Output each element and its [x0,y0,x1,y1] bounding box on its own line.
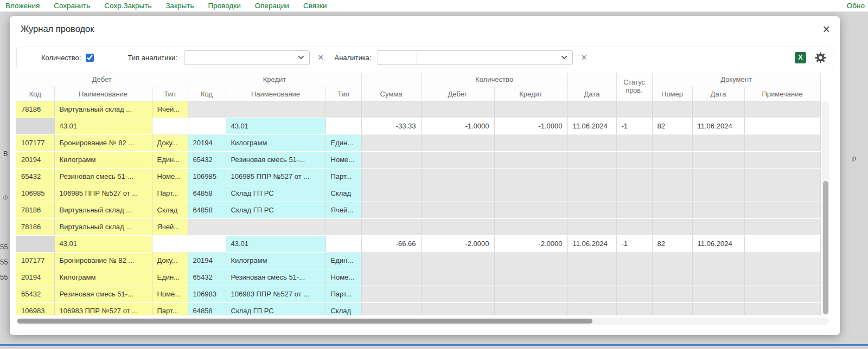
doc-date-cell [692,269,744,286]
status-cell [616,168,652,185]
doc-date-cell [692,151,744,168]
date-cell [567,252,616,269]
horizontal-scrollbar-thumb[interactable] [17,319,592,324]
sum-cell: -33.33 [361,118,421,134]
doc-date-header: Дата [692,87,744,101]
quantity-label: Количество: [41,54,81,62]
credit-type-cell: Парт... [326,168,361,185]
menu-item-postings[interactable]: Проводки [208,2,240,10]
debit-code-cell: 107177 [16,134,54,151]
note-cell [744,118,820,134]
note-cell [744,134,820,151]
posting-detail-row[interactable]: 65432Резиновая смесь 51-...Номе...106983… [16,286,820,302]
debit-name-cell: 43.01 [54,118,152,134]
debit-code-cell: 78186 [16,202,54,218]
credit-type-cell: Номе... [326,269,361,286]
debit-name-cell: 106983 ППР №527 от ... [54,302,152,315]
gear-icon[interactable] [815,52,826,63]
qty-debit-cell: -2.0000 [421,235,494,252]
note-cell [744,252,820,269]
excel-export-button[interactable]: X [795,52,806,63]
doc-number-cell [652,168,692,185]
doc-date-cell [692,202,744,218]
credit-code-cell: 106983 [188,286,226,302]
debit-code-cell: 65432 [16,168,54,185]
credit-code-cell: 64858 [188,185,226,202]
close-icon[interactable]: × [823,24,830,35]
credit-name-cell: Склад ГП РС [226,302,326,315]
credit-code-cell [188,118,226,134]
menu-item-attachments[interactable]: Вложения [5,2,40,10]
doc-date-cell [692,185,744,202]
doc-number-cell [652,302,692,315]
credit-type-cell [326,218,361,235]
qty-credit-cell [494,168,567,185]
qty-debit-cell [421,252,494,269]
credit-name-cell: 43.01 [226,235,326,252]
credit-group-header: Кредит [188,73,361,87]
doc-date-cell [692,101,744,118]
posting-detail-row[interactable]: 78186Виртуальный склад ...Ячей... [16,101,820,118]
doc-number-cell [652,185,692,202]
credit-code-header: Код [188,87,226,101]
menu-item-operations[interactable]: Операции [255,2,289,10]
vertical-scrollbar-thumb[interactable] [823,181,828,314]
debit-name-cell: 43.01 [54,235,152,252]
background-fragment: В [3,150,8,158]
credit-type-cell: Склад [326,302,361,315]
analytics-code-input[interactable] [378,50,417,65]
posting-detail-row[interactable]: 20194КилограммЕдин...65432Резиновая смес… [16,269,820,286]
note-cell [744,235,820,252]
debit-code-cell: 78186 [16,218,54,235]
credit-name-cell [226,218,326,235]
vertical-scrollbar[interactable] [822,101,829,315]
qty-debit-cell [421,202,494,218]
menu-item-links[interactable]: Связки [303,2,327,10]
menu-item-close[interactable]: Закрыть [165,2,194,10]
qty-debit-cell [421,302,494,315]
posting-detail-row[interactable]: 106985106985 ППР №527 от ...Парт...64858… [16,185,820,202]
quantity-checkbox[interactable] [86,54,94,62]
menu-item-save[interactable]: Сохранить [54,2,90,10]
clear-analytics-type-icon[interactable]: × [318,53,324,62]
table-viewport: Дебет Кредит Количество Статус пров. Док… [16,73,821,315]
date-cell [567,168,616,185]
doc-number-cell [652,101,692,118]
doc-number-cell [652,252,692,269]
posting-detail-row[interactable]: 106983106983 ППР №527 от ...Парт...64858… [16,302,820,315]
posting-detail-row[interactable]: 107177Бронирование № 82 ...Доку...20194К… [16,252,820,269]
credit-code-cell [188,235,226,252]
date-cell: 11.06.2024 [567,235,616,252]
menu-item-refresh[interactable]: Обно [847,2,865,10]
chevron-down-icon [561,55,567,60]
debit-type-cell: Номе... [152,286,188,302]
posting-detail-row[interactable]: 65432Резиновая смесь 51-...Номе...106985… [16,168,820,185]
date-cell [567,134,616,151]
background-fragment: 55 [0,243,8,251]
posting-detail-row[interactable]: 107177Бронирование № 82 ...Доку...20194К… [16,134,820,151]
sum-cell [361,134,421,151]
horizontal-scrollbar[interactable] [16,318,829,325]
date-cell [567,202,616,218]
posting-detail-row[interactable]: 78186Виртуальный склад ...Ячей... [16,218,820,235]
posting-detail-row[interactable]: 20194КилограммЕдин...65432Резиновая смес… [16,151,820,168]
qty-credit-cell [494,252,567,269]
posting-summary-row[interactable]: 43.0143.01-33.33-1.0000-1.000011.06.2024… [16,118,820,134]
qty-credit-cell [494,151,567,168]
analytics-select[interactable] [417,50,573,65]
debit-name-cell: Резиновая смесь 51-... [54,168,152,185]
analytics-type-select[interactable] [184,50,310,65]
doc-number-cell [652,151,692,168]
date-cell: 11.06.2024 [567,118,616,134]
status-cell [616,218,652,235]
debit-name-cell: 106985 ППР №527 от ... [54,185,152,202]
date-cell [567,151,616,168]
doc-number-cell [652,269,692,286]
clear-analytics-icon[interactable]: × [581,53,587,62]
posting-detail-row[interactable]: 78186Виртуальный склад ...Склад64858Скла… [16,202,820,218]
qty-credit-cell [494,302,567,315]
menu-item-save-close[interactable]: Сохр.Закрыть [104,2,151,10]
posting-summary-row[interactable]: 43.0143.01-66.66-2.0000-2.000011.06.2024… [16,235,820,252]
analytics-label: Аналитика: [335,54,372,62]
credit-type-cell [326,235,361,252]
